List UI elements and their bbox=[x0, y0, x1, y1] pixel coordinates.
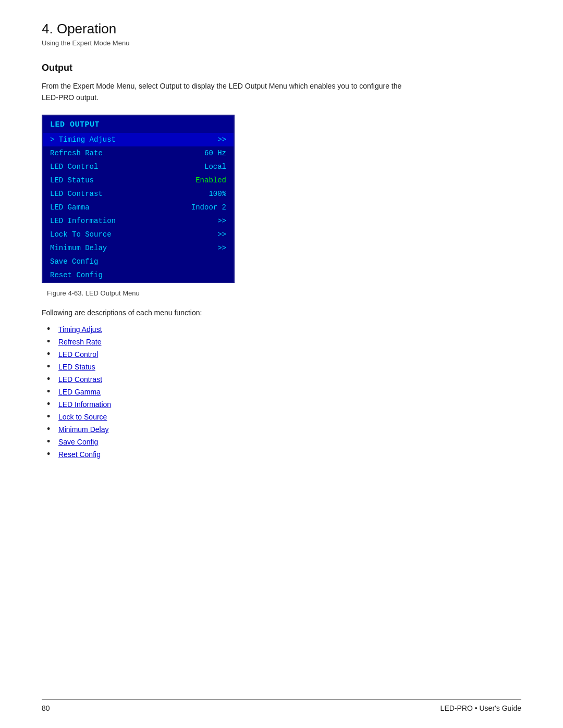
led-menu-row: Reset Config bbox=[43, 268, 234, 282]
list-item: •Save Config bbox=[47, 437, 521, 446]
led-row-label: Minimum Delay bbox=[50, 244, 107, 252]
list-item: •LED Control bbox=[47, 349, 521, 359]
led-menu-row: LED GammaIndoor 2 bbox=[43, 201, 234, 214]
description-text: From the Expert Mode Menu, select Output… bbox=[42, 81, 407, 103]
bullet-link[interactable]: LED Gamma bbox=[58, 388, 101, 396]
figure-caption: Figure 4-63. LED Output Menu bbox=[47, 289, 521, 297]
led-row-value: >> bbox=[217, 230, 226, 239]
led-menu-row: > Timing Adjust>> bbox=[43, 133, 234, 146]
page-container: 4. Operation Using the Expert Mode Menu … bbox=[0, 0, 563, 505]
section-heading: Output bbox=[42, 63, 521, 73]
bullet-link[interactable]: LED Status bbox=[58, 363, 95, 371]
page-subtitle: Using the Expert Mode Menu bbox=[42, 39, 521, 47]
led-menu-row: LED Information>> bbox=[43, 214, 234, 228]
led-menu-row: LED Contrast100% bbox=[43, 187, 234, 201]
bullet-list: •Timing Adjust•Refresh Rate•LED Control•… bbox=[47, 324, 521, 459]
led-row-value: Indoor 2 bbox=[191, 203, 226, 212]
led-menu-row: Lock To Source>> bbox=[43, 228, 234, 241]
led-row-label: LED Contrast bbox=[50, 190, 103, 198]
led-menu-row: Save Config bbox=[43, 255, 234, 268]
bullet-link[interactable]: LED Control bbox=[58, 350, 98, 359]
led-row-label: LED Control bbox=[50, 163, 98, 171]
bullet-dot-icon: • bbox=[47, 437, 56, 446]
bullet-link[interactable]: Lock to Source bbox=[58, 413, 107, 421]
bullet-link[interactable]: LED Contrast bbox=[58, 375, 102, 384]
led-row-label: LED Gamma bbox=[50, 203, 90, 212]
led-row-value: >> bbox=[217, 244, 226, 252]
bullet-dot-icon: • bbox=[47, 412, 56, 421]
list-item: •LED Gamma bbox=[47, 387, 521, 396]
led-row-label: Reset Config bbox=[50, 271, 103, 279]
led-menu-title: LED OUTPUT bbox=[50, 120, 100, 129]
bullet-dot-icon: • bbox=[47, 399, 56, 409]
led-menu-row: Refresh Rate60 Hz bbox=[43, 146, 234, 160]
led-row-value: >> bbox=[217, 135, 226, 144]
bullet-link[interactable]: Reset Config bbox=[58, 450, 101, 459]
led-row-label: Lock To Source bbox=[50, 230, 112, 239]
led-row-value: Local bbox=[204, 163, 226, 171]
led-row-value: 60 Hz bbox=[204, 149, 226, 157]
led-row-value: 100% bbox=[209, 190, 226, 198]
bullet-link[interactable]: Minimum Delay bbox=[58, 425, 108, 434]
bullet-dot-icon: • bbox=[47, 449, 56, 459]
bullet-dot-icon: • bbox=[47, 324, 56, 334]
led-row-value: Enabled bbox=[195, 176, 226, 184]
bullet-dot-icon: • bbox=[47, 374, 56, 384]
list-item: •Refresh Rate bbox=[47, 337, 521, 346]
bullet-dot-icon: • bbox=[47, 424, 56, 434]
led-menu-row: LED ControlLocal bbox=[43, 160, 234, 174]
bullet-dot-icon: • bbox=[47, 337, 56, 346]
list-item: •Timing Adjust bbox=[47, 324, 521, 334]
list-item: •Reset Config bbox=[47, 449, 521, 459]
led-row-label: Refresh Rate bbox=[50, 149, 103, 157]
led-menu-header: LED OUTPUT bbox=[43, 116, 234, 133]
led-row-label: LED Information bbox=[50, 217, 116, 225]
list-item: •LED Contrast bbox=[47, 374, 521, 384]
led-menu-rows: > Timing Adjust>>Refresh Rate60 HzLED Co… bbox=[43, 133, 234, 282]
bullet-link[interactable]: LED Information bbox=[58, 400, 111, 409]
led-menu-row: Minimum Delay>> bbox=[43, 241, 234, 255]
list-item: •Minimum Delay bbox=[47, 424, 521, 434]
led-row-label: LED Status bbox=[50, 176, 94, 184]
following-text: Following are descriptions of each menu … bbox=[42, 309, 521, 317]
bullet-link[interactable]: Save Config bbox=[58, 438, 98, 446]
footer-page-number: 80 bbox=[42, 704, 50, 712]
led-row-label: Save Config bbox=[50, 257, 98, 266]
bullet-dot-icon: • bbox=[47, 349, 56, 359]
page-title: 4. Operation bbox=[42, 21, 521, 37]
page-footer: 80 LED-PRO • User's Guide bbox=[42, 699, 521, 712]
bullet-dot-icon: • bbox=[47, 387, 56, 396]
bullet-dot-icon: • bbox=[47, 362, 56, 371]
bullet-link[interactable]: Refresh Rate bbox=[58, 338, 101, 346]
footer-guide-title: LED-PRO • User's Guide bbox=[440, 704, 521, 712]
led-row-value: >> bbox=[217, 217, 226, 225]
led-menu-row: LED StatusEnabled bbox=[43, 174, 234, 187]
list-item: •Lock to Source bbox=[47, 412, 521, 421]
led-output-menu: LED OUTPUT > Timing Adjust>>Refresh Rate… bbox=[42, 115, 235, 283]
list-item: •LED Status bbox=[47, 362, 521, 371]
bullet-link[interactable]: Timing Adjust bbox=[58, 325, 102, 334]
led-row-label: > Timing Adjust bbox=[50, 135, 116, 144]
list-item: •LED Information bbox=[47, 399, 521, 409]
